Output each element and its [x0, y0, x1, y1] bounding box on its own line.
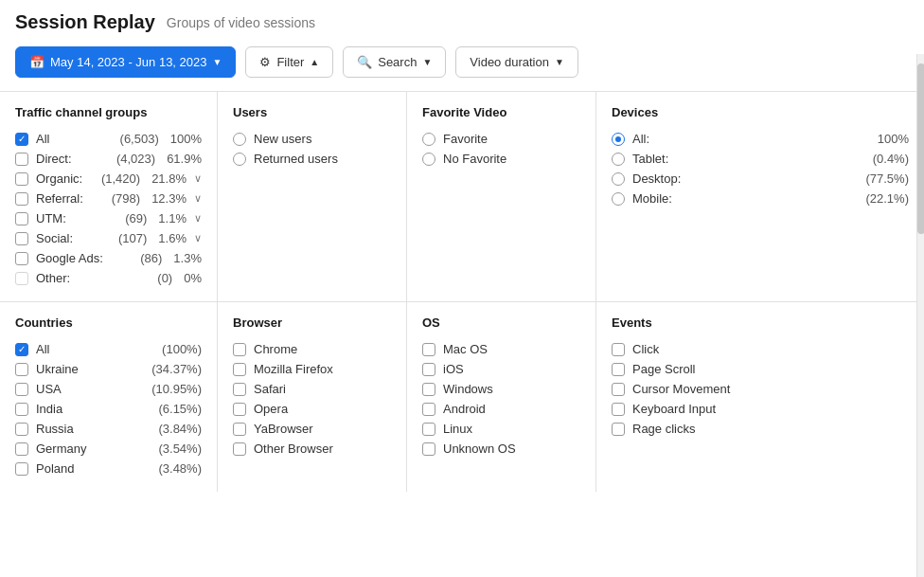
favorite-yes-radio[interactable]: [422, 133, 435, 146]
event-cursor-movement: Cursor Movement: [612, 379, 909, 399]
event-page-scroll-checkbox[interactable]: [612, 363, 625, 376]
duration-button[interactable]: Video duration ▼: [455, 46, 578, 78]
os-macos: Mac OS: [422, 339, 580, 359]
country-germany-checkbox[interactable]: [15, 442, 28, 456]
browser-opera: Opera: [233, 399, 391, 419]
referral-expand-icon[interactable]: ∨: [194, 192, 202, 205]
favorite-no-radio[interactable]: [422, 153, 435, 166]
scrollbar-track[interactable]: [916, 54, 924, 577]
top-bar: Session Replay Groups of video sessions …: [0, 0, 924, 92]
page-subtitle: Groups of video sessions: [167, 15, 315, 30]
duration-label: Video duration: [470, 55, 549, 69]
search-label: Search: [378, 55, 417, 69]
country-poland-checkbox[interactable]: [15, 462, 28, 476]
traffic-google-ads: Google Ads: (86) 1.3%: [15, 248, 202, 268]
os-title: OS: [422, 316, 580, 330]
os-windows: Windows: [422, 379, 580, 399]
filter-row-2: Countries ✓ All (100%) Ukraine (34.37%) …: [0, 302, 924, 492]
os-android: Android: [422, 399, 580, 419]
traffic-referral: Referral: (798) 12.3% ∨: [15, 189, 202, 208]
traffic-direct-checkbox[interactable]: [15, 153, 28, 166]
browser-chrome: Chrome: [233, 339, 391, 359]
users-new-radio[interactable]: [233, 133, 246, 146]
users-new: New users: [233, 129, 391, 149]
favorite-yes: Favorite: [422, 129, 580, 149]
event-keyboard-input: Keyboard Input: [612, 399, 909, 419]
os-linux-checkbox[interactable]: [422, 423, 435, 436]
events-section: Events Click Page Scroll Cursor Movement…: [596, 302, 924, 492]
browser-firefox: Mozilla Firefox: [233, 359, 391, 379]
country-germany: Germany (3.54%): [15, 439, 202, 459]
traffic-utm: UTM: (69) 1.1% ∨: [15, 208, 202, 228]
calendar-icon: 📅: [29, 55, 44, 69]
traffic-all: ✓ All (6,503) 100%: [15, 129, 202, 149]
traffic-organic: Organic: (1,420) 21.8% ∨: [15, 169, 202, 189]
country-all: ✓ All (100%): [15, 339, 202, 359]
social-expand-icon[interactable]: ∨: [194, 232, 202, 244]
countries-title: Countries: [15, 316, 202, 330]
countries-section: Countries ✓ All (100%) Ukraine (34.37%) …: [0, 302, 218, 492]
event-rage-clicks-checkbox[interactable]: [612, 423, 625, 436]
devices-mobile: Mobile: (22.1%): [612, 189, 909, 208]
country-india: India (6.15%): [15, 399, 202, 419]
filter-icon: ⚙: [259, 55, 271, 69]
chevron-down-icon2: ▼: [422, 57, 432, 67]
browser-yabrowser: YaBrowser: [233, 419, 391, 439]
date-range-button[interactable]: 📅 May 14, 2023 - Jun 13, 2023 ▼: [15, 46, 236, 78]
devices-title: Devices: [612, 105, 909, 119]
os-section: OS Mac OS iOS Windows Android Linux: [407, 302, 596, 492]
app-title: Session Replay: [15, 11, 155, 33]
browser-firefox-checkbox[interactable]: [233, 363, 246, 376]
users-title: Users: [233, 105, 391, 119]
events-title: Events: [612, 316, 909, 330]
os-linux: Linux: [422, 419, 580, 439]
devices-desktop: Desktop: (77.5%): [612, 169, 909, 189]
browser-other-checkbox[interactable]: [233, 442, 246, 456]
users-returned: Returned users: [233, 149, 391, 169]
browser-yabrowser-checkbox[interactable]: [233, 423, 246, 436]
browser-safari: Safari: [233, 379, 391, 399]
traffic-google-ads-checkbox[interactable]: [15, 252, 28, 265]
browser-safari-checkbox[interactable]: [233, 383, 246, 396]
os-unknown-checkbox[interactable]: [422, 442, 435, 456]
os-windows-checkbox[interactable]: [422, 383, 435, 396]
organic-expand-icon[interactable]: ∨: [194, 172, 202, 185]
os-android-checkbox[interactable]: [422, 403, 435, 416]
filter-button[interactable]: ⚙ Filter ▲: [245, 46, 333, 78]
country-usa-checkbox[interactable]: [15, 383, 28, 396]
users-section: Users New users Returned users: [218, 92, 407, 301]
event-rage-clicks: Rage clicks: [612, 419, 909, 439]
search-icon: 🔍: [357, 55, 372, 69]
traffic-all-checkbox[interactable]: ✓: [15, 133, 28, 146]
users-returned-radio[interactable]: [233, 153, 246, 166]
browser-chrome-checkbox[interactable]: [233, 343, 246, 356]
devices-all-radio[interactable]: [612, 133, 625, 146]
date-range-label: May 14, 2023 - Jun 13, 2023: [50, 55, 207, 69]
os-macos-checkbox[interactable]: [422, 343, 435, 356]
utm-expand-icon[interactable]: ∨: [194, 212, 202, 225]
devices-desktop-radio[interactable]: [612, 172, 625, 186]
traffic-utm-checkbox[interactable]: [15, 212, 28, 225]
devices-tablet-radio[interactable]: [612, 153, 625, 166]
traffic-direct: Direct: (4,023) 61.9%: [15, 149, 202, 169]
scrollbar-thumb[interactable]: [917, 63, 924, 234]
country-usa: USA (10.95%): [15, 379, 202, 399]
traffic-other-checkbox[interactable]: [15, 272, 28, 285]
country-india-checkbox[interactable]: [15, 403, 28, 416]
traffic-social-checkbox[interactable]: [15, 232, 28, 245]
traffic-organic-checkbox[interactable]: [15, 172, 28, 186]
country-ukraine-checkbox[interactable]: [15, 363, 28, 376]
os-unknown: Unknown OS: [422, 439, 580, 459]
traffic-referral-checkbox[interactable]: [15, 192, 28, 206]
traffic-other: Other: (0) 0%: [15, 268, 202, 288]
event-cursor-movement-checkbox[interactable]: [612, 383, 625, 396]
devices-mobile-radio[interactable]: [612, 192, 625, 206]
browser-title: Browser: [233, 316, 391, 330]
browser-opera-checkbox[interactable]: [233, 403, 246, 416]
country-all-checkbox[interactable]: ✓: [15, 343, 28, 356]
event-keyboard-input-checkbox[interactable]: [612, 403, 625, 416]
os-ios-checkbox[interactable]: [422, 363, 435, 376]
search-button[interactable]: 🔍 Search ▼: [343, 46, 446, 78]
event-click-checkbox[interactable]: [612, 343, 625, 356]
country-russia-checkbox[interactable]: [15, 423, 28, 436]
